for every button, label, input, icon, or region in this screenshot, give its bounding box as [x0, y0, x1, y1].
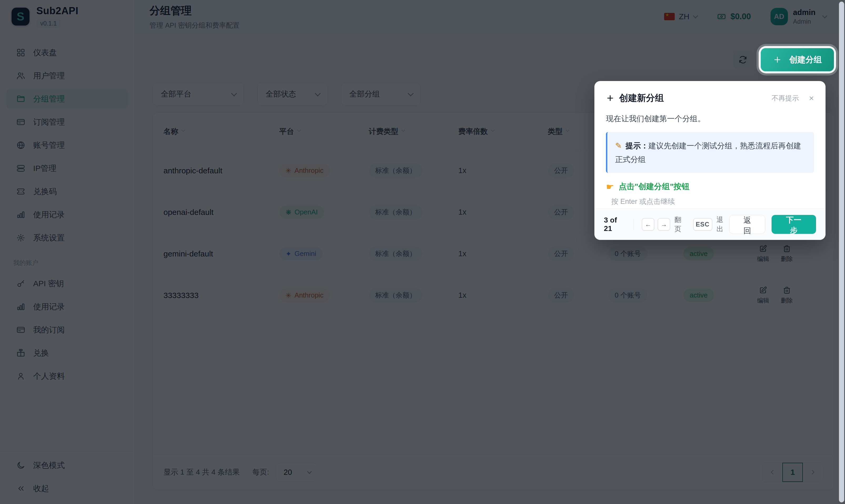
close-icon[interactable]: [809, 94, 814, 102]
pointing-right-icon: [606, 182, 614, 191]
tour-hint: 按 Enter 或点击继续: [611, 197, 814, 206]
tour-tip-box: 提示：建议先创建一个测试分组，熟悉流程后再创建正式分组: [606, 132, 814, 173]
tour-progress: 3 of 21: [604, 216, 626, 233]
scrollbar: [838, 0, 845, 504]
scrollbar-thumb[interactable]: [839, 2, 844, 502]
tour-back-button[interactable]: 返回: [729, 215, 765, 234]
tour-action-line: 点击"创建分组"按钮: [606, 181, 814, 192]
tip-label: 提示：: [626, 142, 648, 150]
plus-icon: [606, 94, 614, 102]
tour-action-text: 点击"创建分组"按钮: [619, 181, 689, 192]
tour-spotlight-ring: 创建分组: [761, 48, 834, 71]
esc-key: ESC: [693, 218, 712, 231]
tour-body-text: 现在让我们创建第一个分组。: [594, 104, 826, 124]
page-keys-label: 翻页: [674, 215, 687, 234]
tour-dim-overlay: [0, 0, 845, 504]
create-group-button[interactable]: 创建分组: [761, 48, 834, 71]
dismiss-link[interactable]: 不再提示: [772, 94, 799, 103]
create-group-label: 创建分组: [789, 54, 822, 65]
tour-footer: 3 of 21 ← → 翻页 ESC 退出 返回 下一步: [594, 208, 826, 240]
tour-popup: 创建新分组 不再提示 现在让我们创建第一个分组。 提示：建议先创建一个测试分组，…: [594, 81, 826, 240]
plus-icon: [773, 55, 782, 64]
tour-header: 创建新分组 不再提示: [594, 81, 826, 104]
exit-label: 退出: [717, 215, 729, 234]
tour-next-button[interactable]: 下一步: [772, 215, 816, 234]
divider: [634, 219, 634, 230]
tour-title: 创建新分组: [619, 92, 664, 104]
memo-icon: [615, 141, 622, 150]
arrow-right-key: →: [657, 218, 670, 231]
arrow-left-key: ←: [642, 218, 654, 231]
